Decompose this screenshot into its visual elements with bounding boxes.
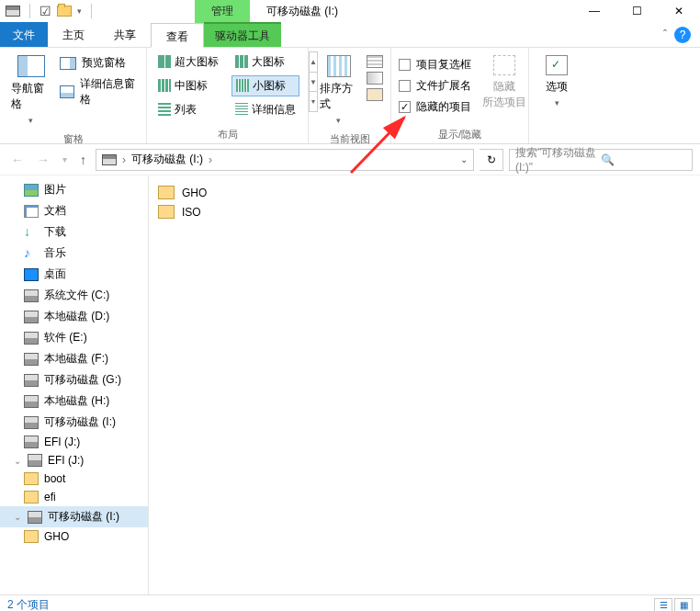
tree-item[interactable]: 软件 (E:) (0, 327, 148, 348)
tree-item-label: 图片 (44, 182, 66, 198)
tab-drive-tools[interactable]: 驱动器工具 (204, 22, 281, 47)
layout-details-button[interactable]: 详细信息 (231, 100, 299, 119)
tab-file[interactable]: 文件 (0, 22, 48, 47)
file-item-label: GHO (182, 187, 207, 199)
tree-item[interactable]: 图片 (0, 179, 148, 200)
panes-group-label: 窗格 (7, 129, 139, 146)
sort-button[interactable]: 排序方式 ▾ (316, 51, 361, 129)
group-by-button[interactable] (367, 55, 383, 68)
tree-item[interactable]: ⌄可移动磁盘 (I:) (0, 506, 148, 527)
file-item[interactable]: ISO (158, 202, 691, 221)
tree-item-label: 文档 (44, 203, 66, 219)
item-checkboxes-toggle[interactable]: 项目复选框 (399, 57, 471, 73)
details-pane-label: 详细信息窗格 (80, 76, 139, 107)
drive-icon (28, 454, 42, 467)
tree-item-label: 软件 (E:) (44, 330, 87, 345)
address-text[interactable]: 可移动磁盘 (I:) (131, 152, 203, 167)
hide-selected-button: 隐藏 所选项目 (477, 51, 532, 114)
maximize-button[interactable]: ☐ (615, 0, 658, 22)
qat-dropdown-icon[interactable]: ▾ (77, 6, 82, 16)
tab-share[interactable]: 共享 (99, 22, 151, 47)
music-icon (24, 247, 39, 260)
folder-icon (24, 491, 39, 504)
tree-item-label: 可移动磁盘 (I:) (48, 509, 119, 525)
tree-item[interactable]: ⌄EFI (J:) (0, 451, 148, 470)
search-input[interactable]: 搜索"可移动磁盘 (I:)" 🔍 (509, 149, 693, 171)
file-ext-toggle[interactable]: 文件扩展名 (399, 78, 471, 94)
tree-item-label: efi (44, 491, 56, 504)
address-bar[interactable]: › 可移动磁盘 (I:) › ⌄ (96, 149, 474, 171)
back-button[interactable]: ← (7, 149, 28, 171)
close-button[interactable]: ✕ (658, 0, 700, 22)
tree-item-label: boot (44, 472, 65, 485)
tree-item[interactable]: 下载 (0, 221, 148, 243)
preview-pane-label: 预览窗格 (82, 55, 126, 71)
nav-pane-button[interactable]: 导航窗格 ▾ (7, 51, 54, 129)
nav-tree[interactable]: 图片文档下载音乐桌面系统文件 (C:)本地磁盘 (D:)软件 (E:)本地磁盘 … (0, 175, 149, 594)
tree-item[interactable]: EFI (J:) (0, 433, 148, 451)
preview-pane-button[interactable]: 预览窗格 (60, 55, 139, 71)
tree-item-label: 系统文件 (C:) (44, 288, 109, 303)
layout-xl-button[interactable]: 超大图标 (154, 52, 222, 72)
tree-item[interactable]: boot (0, 470, 148, 488)
nav-pane-label: 导航窗格 (11, 81, 51, 112)
drive-icon (24, 332, 39, 345)
fit-columns-button[interactable] (367, 88, 383, 101)
minimize-button[interactable]: — (573, 0, 615, 22)
hidden-items-toggle[interactable]: ✓隐藏的项目 (399, 99, 471, 115)
details-view-toggle[interactable]: ☰ (654, 598, 672, 612)
desk-icon (24, 268, 39, 281)
drive-icon (24, 289, 39, 302)
details-pane-button[interactable]: 详细信息窗格 (60, 76, 139, 107)
tree-item[interactable]: 文档 (0, 200, 148, 221)
dl-icon (24, 226, 39, 239)
add-columns-button[interactable] (367, 72, 383, 85)
tree-item[interactable]: efi (0, 488, 148, 506)
qat-check-icon[interactable]: ☑ (40, 4, 51, 18)
refresh-button[interactable]: ↻ (480, 149, 503, 171)
icons-view-toggle[interactable]: ▦ (674, 598, 693, 612)
folder-icon (158, 205, 175, 219)
tab-view[interactable]: 查看 (151, 23, 204, 48)
tab-home[interactable]: 主页 (48, 22, 99, 47)
help-icon[interactable]: ? (674, 27, 691, 43)
hide-icon (493, 55, 515, 75)
layout-group-label: 布局 (154, 124, 300, 141)
options-label: 选项 (546, 79, 568, 95)
sort-label: 排序方式 (320, 81, 357, 112)
manage-tab[interactable]: 管理 (195, 0, 250, 23)
recent-dropdown[interactable]: ▾ (59, 151, 71, 168)
tree-item-label: EFI (J:) (44, 436, 80, 448)
folder-icon (24, 472, 39, 485)
current-view-group-label: 当前视图 (316, 129, 383, 146)
tree-item[interactable]: 本地磁盘 (D:) (0, 306, 148, 327)
tree-item[interactable]: 音乐 (0, 243, 148, 264)
tree-item[interactable]: 本地磁盘 (H:) (0, 390, 148, 412)
drive-icon (28, 511, 42, 524)
layout-md-button[interactable]: 中图标 (154, 76, 222, 96)
folder-icon[interactable] (57, 6, 72, 17)
file-item-label: ISO (182, 206, 201, 219)
options-button[interactable]: 选项 ▾ (540, 51, 573, 111)
content-pane[interactable]: GHOISO (149, 175, 700, 594)
up-button[interactable]: ↑ (76, 149, 90, 171)
layout-list-button[interactable]: 列表 (154, 100, 222, 119)
forward-button: → (33, 149, 53, 171)
address-dropdown[interactable]: ⌄ (460, 154, 468, 164)
tree-item[interactable]: 可移动磁盘 (I:) (0, 412, 148, 433)
file-item[interactable]: GHO (158, 183, 691, 202)
nav-pane-icon (17, 55, 45, 77)
layout-sm-button[interactable]: 小图标 (231, 75, 299, 96)
tree-item[interactable]: 系统文件 (C:) (0, 285, 148, 306)
tree-item-label: EFI (J:) (48, 454, 84, 467)
tree-item[interactable]: 本地磁盘 (F:) (0, 348, 148, 369)
tree-item[interactable]: GHO (0, 527, 148, 546)
tree-item[interactable]: 桌面 (0, 264, 148, 285)
ribbon-collapse-icon[interactable]: ˆ (663, 28, 667, 41)
tree-item-label: 下载 (44, 224, 66, 240)
layout-lg-button[interactable]: 大图标 (231, 52, 299, 72)
tree-item-label: 本地磁盘 (H:) (44, 393, 109, 409)
tree-item[interactable]: 可移动磁盘 (G:) (0, 369, 148, 390)
drive-icon (24, 374, 39, 387)
search-placeholder: 搜索"可移动磁盘 (I:)" (515, 145, 601, 174)
